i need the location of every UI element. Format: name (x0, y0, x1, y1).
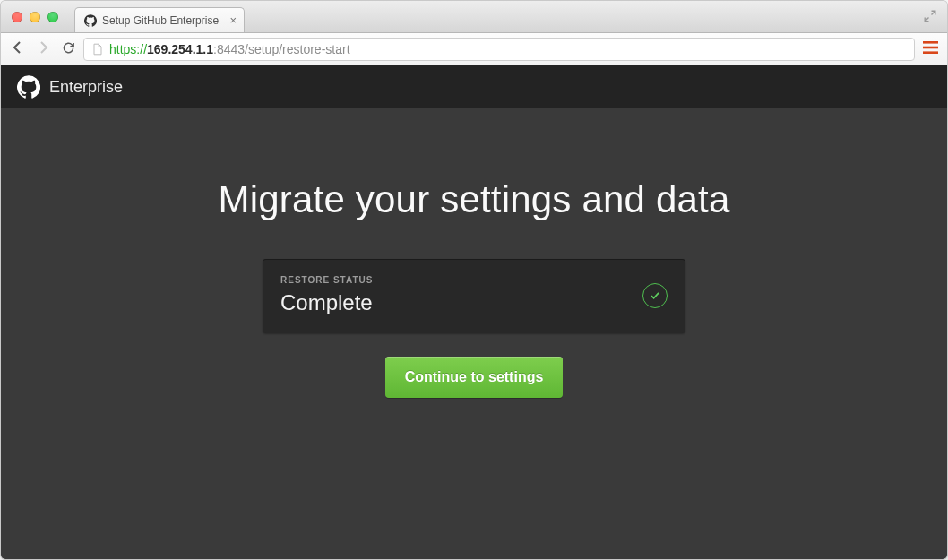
reload-button[interactable] (58, 41, 78, 56)
tab-title: Setup GitHub Enterprise (102, 14, 219, 27)
url-text: https://169.254.1.1:8443/setup/restore-s… (109, 42, 350, 56)
window-minimize-button[interactable] (30, 12, 40, 22)
tab-close-icon[interactable]: × (229, 14, 237, 26)
page-title: Migrate your settings and data (219, 178, 730, 221)
github-logo-icon (17, 75, 40, 99)
status-label: RESTORE STATUS (280, 275, 373, 285)
window-close-button[interactable] (12, 12, 22, 22)
page-icon (91, 43, 104, 56)
svg-rect-0 (923, 41, 938, 44)
url-path: /setup/restore-start (245, 42, 350, 56)
svg-rect-1 (923, 47, 938, 49)
github-favicon-icon (84, 14, 97, 27)
brand-text: Enterprise (49, 78, 123, 97)
status-value: Complete (280, 290, 373, 315)
address-bar[interactable]: https://169.254.1.1:8443/setup/restore-s… (83, 38, 915, 61)
window-titlebar: Setup GitHub Enterprise × (1, 1, 947, 33)
page-header: Enterprise (1, 65, 947, 108)
status-complete-icon (642, 283, 668, 308)
browser-window: Setup GitHub Enterprise × https://169.25… (0, 0, 948, 560)
url-scheme: https:// (109, 42, 147, 56)
window-zoom-button[interactable] (47, 12, 58, 22)
tab-strip: Setup GitHub Enterprise × (74, 7, 245, 32)
fullscreen-icon[interactable] (924, 10, 936, 22)
window-controls (12, 12, 58, 22)
url-port: :8443 (213, 42, 245, 56)
svg-rect-2 (923, 51, 938, 54)
back-button[interactable] (8, 40, 28, 57)
forward-button[interactable] (33, 40, 53, 57)
browser-toolbar: https://169.254.1.1:8443/setup/restore-s… (1, 33, 947, 65)
page-main: Migrate your settings and data RESTORE S… (1, 108, 947, 559)
status-text-group: RESTORE STATUS Complete (280, 275, 373, 315)
restore-status-card: RESTORE STATUS Complete (263, 259, 685, 333)
hamburger-menu-icon[interactable] (920, 39, 940, 58)
url-host: 169.254.1.1 (147, 42, 213, 56)
browser-tab[interactable]: Setup GitHub Enterprise × (74, 7, 245, 32)
page-viewport: Enterprise Migrate your settings and dat… (1, 65, 947, 559)
continue-to-settings-button[interactable]: Continue to settings (385, 357, 564, 398)
